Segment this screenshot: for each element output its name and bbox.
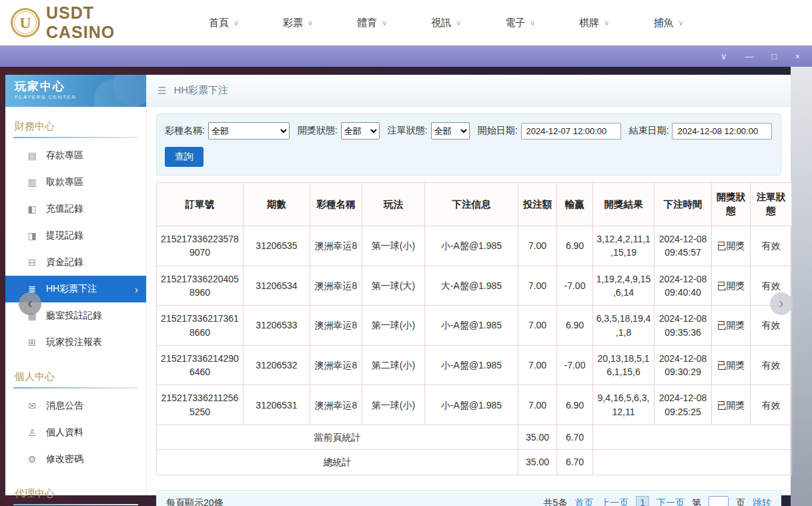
filter-label: 注單狀態: — [388, 125, 428, 137]
table-cell: 2024-12-08 09:40:40 — [655, 266, 712, 306]
sidebar-item-label: 取款專區 — [46, 176, 83, 188]
table-cell: 大-A盤@1.985 — [425, 266, 518, 306]
table-row: 215217336223578907031206535澳洲幸运8第一球(小)小-… — [157, 226, 792, 266]
sidebar-item-funds-record[interactable]: ⊟ 資金記錄 — [5, 249, 146, 276]
table-cell: 已開獎 — [712, 385, 751, 425]
table-footer: 每頁顯示20條 共5条 首页 上一页 1 下一页 第 页 跳转 — [156, 490, 781, 506]
logo[interactable]: U USDT CASINO — [11, 3, 168, 42]
table-cell: 有效 — [751, 226, 792, 266]
app-header: U USDT CASINO 首頁 ∨ 彩票 ∨ 體育 ∨ 視訊 ∨ 電子 ∨ 棋… — [0, 0, 812, 45]
player-bet-report-icon: ⊞ — [27, 337, 37, 348]
collapse-sidebar-button[interactable]: ‹ — [19, 292, 41, 315]
summary-winloss-total: 6.70 — [557, 425, 593, 450]
order-status-select[interactable]: 全部 — [431, 122, 470, 140]
sidebar-item-player-bet-report[interactable]: ⊞ 玩家投注報表 — [5, 329, 146, 356]
start-date-input[interactable] — [521, 123, 621, 140]
window-minimize-icon[interactable]: — — [745, 52, 754, 61]
sidebar-item-withdraw-record[interactable]: ◨ 提現記錄 — [5, 222, 146, 249]
content: ☰ HH彩票下注 彩種名稱: 全部 開獎狀態: — [147, 75, 791, 495]
nav-item-fishing[interactable]: 捕魚 ∨ — [631, 17, 705, 29]
table-cell: 2024-12-08 09:25:25 — [655, 385, 712, 425]
table-cell: 2152173362142906460 — [157, 345, 244, 385]
end-date-input[interactable] — [672, 123, 772, 140]
jump-page-input[interactable] — [709, 496, 729, 506]
nav-item-label: 電子 — [505, 17, 525, 29]
expand-panel-button[interactable]: › — [770, 292, 793, 315]
filter-label: 彩種名稱: — [165, 125, 205, 137]
logo-monogram: U — [19, 14, 31, 32]
table-cell: 2152173362204058960 — [157, 266, 244, 306]
summary-row: 當前頁統計35.006.70 — [157, 425, 792, 450]
table-cell: 9,4,16,5,6,3,12,11 — [593, 385, 655, 425]
sidebar-item-label: 提現記錄 — [46, 230, 83, 242]
nav-item-cards[interactable]: 棋牌 ∨ — [557, 17, 631, 29]
jump-action-link[interactable]: 跳转 — [753, 497, 771, 506]
pagination: 共5条 首页 上一页 1 下一页 第 页 跳转 — [543, 496, 771, 506]
total-count-text: 共5条 — [543, 497, 567, 506]
filter-end-date: 結束日期: — [629, 123, 773, 140]
summary-row: 總統計35.006.70 — [157, 450, 792, 475]
table-cell: 2152173362235789070 — [157, 226, 244, 266]
section-title-finance: 財務中心 — [13, 115, 138, 138]
draw-status-select[interactable]: 全部 — [341, 122, 380, 140]
table-cell: 31206531 — [244, 385, 310, 425]
deposit-icon: ▤ — [27, 150, 37, 161]
chevron-down-icon: ∨ — [456, 19, 461, 27]
table-cell: 2024-12-08 09:45:57 — [655, 226, 712, 266]
prev-page-link[interactable]: 上一页 — [600, 497, 629, 506]
filter-start-date: 開始日期: — [478, 123, 621, 140]
table-cell: 3,12,4,2,11,1,15,19 — [593, 226, 655, 266]
logo-text: USDT CASINO — [46, 3, 168, 42]
table-cell: 2024-12-08 09:30:29 — [655, 345, 712, 385]
table-body: 215217336223578907031206535澳洲幸运8第一球(小)小-… — [157, 226, 792, 475]
sidebar-item-withdraw[interactable]: ▥ 取款專區 — [5, 169, 146, 196]
chevron-down-icon: ∨ — [382, 19, 387, 27]
window-maximize-icon[interactable]: □ — [772, 52, 777, 61]
lottery-name-select[interactable]: 全部 — [208, 122, 290, 140]
sidebar-item-change-password[interactable]: ⚙ 修改密碼 — [5, 446, 146, 473]
window-close-icon[interactable]: × — [795, 52, 800, 61]
window-collapse-icon[interactable]: ∨ — [721, 52, 727, 61]
table-cell: 小-A盤@1.985 — [425, 306, 518, 346]
chevron-left-icon: ‹ — [27, 295, 32, 312]
table-cell: 小-A盤@1.985 — [425, 226, 518, 266]
sidebar-item-recharge-record[interactable]: ◧ 充值記錄 — [5, 196, 146, 222]
sidebar-item-profile[interactable]: ♙ 個人資料 — [5, 419, 146, 446]
content-body: 彩種名稱: 全部 開獎狀態: 全部 注單狀態: — [147, 107, 791, 506]
col-bet-amount: 投注額 — [518, 183, 557, 226]
summary-empty — [593, 425, 792, 450]
search-button[interactable]: 查詢 — [165, 147, 204, 167]
nav-item-lottery[interactable]: 彩票 ∨ — [261, 17, 335, 29]
table-cell: 6,3,5,18,19,4,1,8 — [593, 306, 655, 346]
col-draw-result: 開獎結果 — [593, 183, 655, 226]
nav-item-live[interactable]: 視訊 ∨ — [409, 17, 483, 29]
hamburger-icon[interactable]: ☰ — [157, 85, 166, 97]
profile-icon: ♙ — [27, 427, 37, 438]
table-cell: 2152173362112565250 — [157, 385, 244, 425]
table-cell: 澳洲幸运8 — [310, 306, 362, 346]
nav-item-slots[interactable]: 電子 ∨ — [483, 17, 557, 29]
col-bet-time: 下注時間 — [655, 183, 712, 226]
funds-record-icon: ⊟ — [27, 257, 37, 268]
chevron-down-icon: ∨ — [604, 19, 609, 27]
filter-card: 彩種名稱: 全部 開獎狀態: 全部 注單狀態: — [156, 113, 781, 176]
first-page-link[interactable]: 首页 — [574, 497, 593, 506]
summary-winloss-total: 6.70 — [557, 450, 593, 475]
main-wrap: ‹ › 玩家中心 PLAYERS CENTER 財務中心 ▤ 存款專區 ▥ 取款… — [0, 67, 812, 506]
next-page-link[interactable]: 下一页 — [657, 497, 685, 506]
current-page-indicator[interactable]: 1 — [636, 496, 649, 506]
table-cell: 小-A盤@1.985 — [425, 345, 518, 385]
withdraw-icon: ▥ — [27, 177, 37, 188]
table-cell: 7.00 — [518, 385, 557, 425]
sidebar-item-announcements[interactable]: ✉ 消息公告 — [5, 393, 146, 419]
table-cell: -7.00 — [557, 345, 593, 385]
nav-item-sports[interactable]: 體育 ∨ — [335, 17, 409, 29]
nav-item-label: 棋牌 — [579, 17, 599, 29]
sidebar-item-deposit[interactable]: ▤ 存款專區 — [5, 142, 146, 169]
nav-item-label: 首頁 — [209, 17, 229, 29]
table-cell: -7.00 — [557, 266, 593, 306]
sidebar-title: 玩家中心 — [15, 79, 137, 94]
table-head: 訂單號 期數 彩種名稱 玩法 下注信息 投注額 輸贏 開獎結果 下注時間 開獎狀… — [157, 183, 792, 226]
nav-item-home[interactable]: 首頁 ∨ — [187, 17, 261, 29]
col-draw-status: 開獎狀態 — [712, 183, 751, 226]
